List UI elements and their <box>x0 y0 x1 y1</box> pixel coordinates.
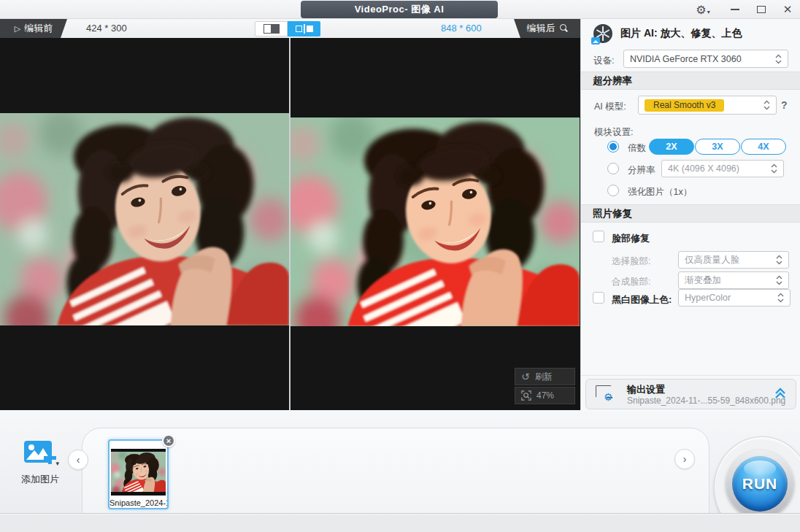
footer-strip <box>0 513 800 532</box>
colorize-select[interactable]: HyperColor <box>678 289 791 307</box>
side-by-side-view-button[interactable] <box>288 21 320 36</box>
thumbnail-image <box>111 449 166 496</box>
before-image[interactable] <box>0 113 289 325</box>
settings-gear-button[interactable]: ⚙▾ <box>692 0 714 19</box>
after-image[interactable] <box>291 117 580 326</box>
scroll-right-button[interactable]: › <box>674 449 695 469</box>
resolution-label: 分辨率 <box>628 164 655 177</box>
play-icon: ▷ <box>15 24 20 34</box>
merge-face-value: 渐变叠加 <box>685 274 776 287</box>
merge-face-label: 合成脸部: <box>612 276 650 288</box>
output-settings-icon: ⚙ <box>596 385 616 403</box>
enhance-label: 强化图片（1x） <box>628 186 692 198</box>
add-image-caret-icon: ▾ <box>55 460 59 467</box>
ai-model-label: AI 模型: <box>594 101 626 113</box>
device-select[interactable]: NVIDIA GeForce RTX 3060 <box>623 50 788 68</box>
output-settings-box[interactable]: ⚙ 输出设置 Snipaste_2024-11-...55-59_848x600… <box>585 379 796 409</box>
help-button[interactable]: ? <box>781 99 788 111</box>
enhance-radio[interactable] <box>607 185 619 196</box>
split-view-icon <box>264 24 280 34</box>
output-settings-title: 输出设置 <box>627 383 665 396</box>
scroll-left-button[interactable]: ‹ <box>68 450 88 470</box>
ai-model-value: Real Smooth v3 <box>645 99 724 112</box>
select-face-select[interactable]: 仅高质量人脸 <box>678 251 789 269</box>
spinner-icon <box>775 53 782 65</box>
run-button-face: RUN <box>732 456 788 512</box>
face-repair-checkbox[interactable] <box>593 231 604 242</box>
resolution-radio[interactable] <box>607 163 619 174</box>
spinner-icon <box>776 274 782 286</box>
pane-divider <box>289 38 291 410</box>
section-super-resolution: 超分辨率 <box>581 72 800 90</box>
select-face-label: 选择脸部: <box>612 255 650 268</box>
close-button[interactable]: ✕ <box>775 0 800 19</box>
scale-label: 倍数 <box>628 142 646 155</box>
scale-2x-button[interactable]: 2X <box>649 139 694 155</box>
device-label: 设备: <box>593 55 614 67</box>
image-ai-icon <box>593 24 612 43</box>
output-filename: Snipaste_2024-11-...55-59_848x600.png <box>627 396 785 406</box>
before-size-label: 424 * 300 <box>86 19 127 38</box>
thumbnail-close-button[interactable]: × <box>162 434 175 447</box>
window-title: VideoProc- 图像 AI <box>301 1 498 18</box>
refresh-label: 刷新 <box>535 371 553 383</box>
resolution-value: 4K (4096 X 4096) <box>668 163 771 174</box>
image-viewer: ↺ 刷新 47% <box>0 38 580 410</box>
before-tab-label: 编辑前 <box>24 22 53 35</box>
spinner-icon <box>771 163 777 174</box>
run-button[interactable]: RUN <box>726 450 793 517</box>
run-label: RUN <box>732 475 788 493</box>
app-window: VideoProc- 图像 AI ⚙▾ ✕ ▷ 编辑前 424 * 300 84… <box>0 0 800 532</box>
spinner-icon <box>777 292 784 304</box>
colorize-checkbox[interactable] <box>593 292 604 304</box>
resolution-select[interactable]: 4K (4096 X 4096) <box>661 160 784 177</box>
refresh-button[interactable]: ↺ 刷新 <box>515 368 575 385</box>
device-value: NVIDIA GeForce RTX 3060 <box>630 54 775 64</box>
scale-3x-button[interactable]: 3X <box>695 139 740 155</box>
minimize-button[interactable] <box>723 0 747 19</box>
add-image-button[interactable]: ▾ 添加图片 <box>15 441 66 486</box>
viewer-toolbar: ▷ 编辑前 424 * 300 848 * 600 编辑后 <box>0 19 580 38</box>
spinner-icon <box>764 99 770 111</box>
module-settings-label: 模块设置: <box>594 126 633 139</box>
thumbnail-card[interactable]: Snipaste_2024-1 × <box>108 439 169 509</box>
section-photo-repair: 照片修复 <box>581 204 800 223</box>
zoom-magnifier-icon <box>521 390 531 401</box>
after-tab-label: 编辑后 <box>527 22 555 35</box>
minimize-icon <box>731 9 739 10</box>
side-by-side-icon <box>296 24 313 34</box>
colorize-label: 黑白图像上色: <box>612 293 672 307</box>
magnifier-icon <box>559 24 568 33</box>
spinner-icon <box>776 254 782 266</box>
scale-4x-button[interactable]: 4X <box>741 139 786 155</box>
zoom-level-button[interactable]: 47% <box>515 387 575 404</box>
refresh-icon: ↺ <box>521 371 530 382</box>
panel-title: 图片 AI: 放大、修复、上色 <box>620 27 742 40</box>
merge-face-select[interactable]: 渐变叠加 <box>678 271 789 289</box>
settings-panel: 图片 AI: 放大、修复、上色 设备: NVIDIA GeForce RTX 3… <box>580 19 800 410</box>
ai-model-select[interactable]: Real Smooth v3 <box>638 96 777 115</box>
tab-before-edit[interactable]: ▷ 编辑前 <box>0 19 67 38</box>
gear-caret-icon: ▾ <box>707 9 710 15</box>
select-face-value: 仅高质量人脸 <box>685 254 776 266</box>
zoom-level-value: 47% <box>536 390 554 401</box>
thumbnail-filename: Snipaste_2024-1 <box>109 498 167 507</box>
face-repair-label: 脸部修复 <box>612 232 650 245</box>
tab-after-edit[interactable]: 编辑后 <box>514 19 580 38</box>
add-image-label: 添加图片 <box>15 473 66 486</box>
view-mode-toggle <box>255 21 320 36</box>
scale-radio[interactable] <box>607 141 619 153</box>
title-bar: VideoProc- 图像 AI ⚙▾ ✕ <box>0 0 800 19</box>
maximize-icon <box>757 6 766 13</box>
output-separator <box>581 375 800 376</box>
gear-icon: ⚙ <box>696 3 706 17</box>
split-view-button[interactable] <box>255 21 288 36</box>
add-image-icon: ▾ <box>24 441 56 466</box>
bottom-bar: ▾ 添加图片 ‹ Snipaste_2024-1 × › RUN <box>0 410 800 532</box>
colorize-value: HyperColor <box>685 293 777 303</box>
collapse-chevrons-icon[interactable] <box>774 387 787 400</box>
maximize-button[interactable] <box>749 0 774 19</box>
after-size-label: 848 * 600 <box>441 19 482 38</box>
